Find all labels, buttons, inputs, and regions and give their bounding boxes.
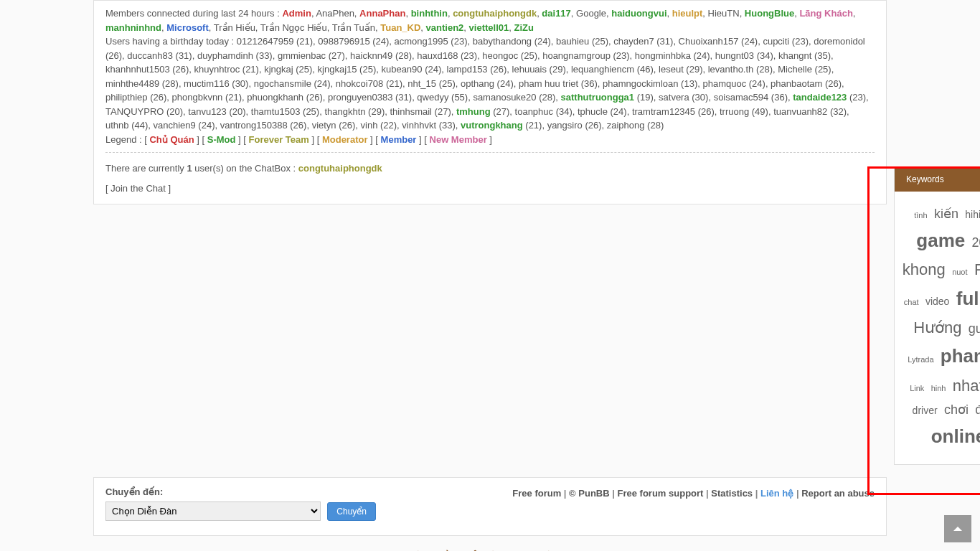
birthday-special2: tandaide123	[793, 92, 847, 103]
user-link[interactable]: Microsoft	[166, 22, 209, 33]
last-24-line: Members connected during last 24 hours :…	[105, 6, 875, 34]
keyword-tag[interactable]: khong	[903, 257, 946, 282]
user-link: ,	[463, 22, 468, 33]
legend-item[interactable]: New Member	[430, 134, 487, 145]
user-link: , AnaPhen,	[311, 8, 359, 19]
legend-item[interactable]: Moderator	[322, 134, 368, 145]
keyword-tag[interactable]: Hướng	[913, 315, 961, 340]
keyword-tag[interactable]: online	[931, 422, 980, 452]
join-chat-link[interactable]: Join the Chat	[110, 183, 166, 194]
user-link[interactable]: dai117	[542, 8, 570, 19]
keywords-panel: Keywords tình kiến hihi tong game 2010 k…	[894, 166, 980, 465]
keyword-tag[interactable]: Piano	[974, 257, 980, 282]
chatbox-count: There are currently 1 user(s) on the Cha…	[105, 159, 875, 179]
birthday-special3: tmhung	[456, 106, 491, 117]
user-link: ,	[853, 8, 856, 19]
stats-link[interactable]: Statistics	[711, 488, 753, 499]
legend-label: Legend :	[105, 134, 144, 145]
keyword-tag[interactable]: hinh	[931, 382, 946, 395]
keyword-tag[interactable]: gunny	[969, 319, 980, 339]
divider	[105, 152, 875, 153]
legend-item[interactable]: Member	[381, 134, 417, 145]
user-link[interactable]: congtuhaiphongdk	[453, 8, 537, 19]
legend-item[interactable]: Forever Team	[249, 134, 309, 145]
chevron-up-icon	[951, 522, 964, 535]
user-link[interactable]: AnnaPhan	[359, 8, 405, 19]
keywords-body: tình kiến hihi tong game 2010 khong nuot…	[895, 192, 980, 464]
stats-box: Members connected during last 24 hours :…	[93, 0, 887, 204]
keyword-tag[interactable]: nhat	[953, 373, 980, 398]
user-link[interactable]: haiduongvui	[611, 8, 666, 19]
report-link[interactable]: Report an abuse	[801, 488, 875, 499]
last24-label: Members connected during last 24 hours :	[105, 8, 282, 19]
keyword-tag[interactable]: chat	[904, 296, 919, 309]
support-link[interactable]: Free forum support	[618, 488, 704, 499]
keyword-tag[interactable]: tình	[914, 209, 927, 222]
forum-select[interactable]: Chọn Diễn Đàn	[105, 501, 321, 521]
legend-item[interactable]: S-Mod	[207, 134, 236, 145]
user-link: ,	[667, 8, 672, 19]
user-link[interactable]: viettell01	[469, 22, 509, 33]
user-link: ,	[420, 22, 425, 33]
keyword-tag[interactable]: phan	[941, 342, 980, 372]
user-link[interactable]: Lãng Khách	[799, 8, 852, 19]
user-link: , HieuTN,	[702, 8, 745, 19]
scroll-top-button[interactable]	[944, 515, 971, 542]
legend-item[interactable]: Chủ Quán	[149, 134, 194, 145]
keyword-tag[interactable]: game	[916, 226, 965, 256]
keyword-tag[interactable]: driver	[913, 402, 938, 418]
user-link: , Google,	[571, 8, 611, 19]
jump-form: Chuyển đến: Chọn Diễn Đàn Chuyển	[105, 486, 376, 521]
user-link[interactable]: ZiZu	[514, 22, 533, 33]
birthday-special4: vutrongkhang	[461, 120, 523, 131]
user-link[interactable]: HuongBlue	[745, 8, 794, 19]
keyword-tag[interactable]: nuot	[952, 266, 967, 279]
keyword-tag[interactable]: Lytrada	[908, 354, 933, 367]
contact-link[interactable]: Liên hệ	[760, 488, 793, 499]
legend-line: Legend : [ Chủ Quán ] [ S-Mod ] [ Foreve…	[105, 133, 875, 147]
user-link[interactable]: vantien2	[426, 22, 464, 33]
keyword-tag[interactable]: full	[956, 284, 980, 314]
keyword-tag[interactable]: chơi	[944, 400, 969, 420]
jump-button[interactable]: Chuyển	[327, 502, 376, 521]
keyword-tag[interactable]: Link	[910, 382, 924, 395]
footer: Chuyển đến: Chọn Diễn Đàn Chuyển Free fo…	[93, 477, 887, 536]
footer-links: Free forum | © PunBB | Free forum suppor…	[512, 486, 875, 499]
birthday-special1: satthutruongga1	[561, 92, 635, 103]
user-link[interactable]: hieulpt	[672, 8, 703, 19]
keyword-tag[interactable]: 2010	[972, 232, 980, 253]
user-link[interactable]: Tuan_KD	[380, 22, 420, 33]
free-forum-link[interactable]: Free forum	[512, 488, 561, 499]
birthday-line: Users having a birthday today : 01212647…	[105, 34, 875, 133]
jump-label: Chuyển đến:	[105, 486, 376, 497]
user-link[interactable]: Admin	[282, 8, 311, 19]
keyword-tag[interactable]: động	[975, 400, 980, 420]
user-link: ,	[405, 8, 410, 19]
user-link[interactable]: binhthin	[411, 8, 448, 19]
join-chat-line: [ Join the Chat ]	[105, 179, 875, 199]
chat-user: congtuhaiphongdk	[298, 163, 382, 174]
punbb-link[interactable]: © PunBB	[569, 488, 610, 499]
user-link: , Trần Hiếu, Trần Ngọc Hiếu, Trần Tuấn,	[209, 22, 381, 33]
birthday-label: Users having a birthday today :	[105, 36, 237, 47]
keywords-header: Keywords	[895, 167, 980, 192]
user-link[interactable]: manhninhnd	[105, 22, 161, 33]
keyword-tag[interactable]: kiến	[934, 204, 958, 225]
keyword-tag[interactable]: hihi	[965, 207, 980, 222]
keyword-tag[interactable]: video	[925, 293, 949, 309]
